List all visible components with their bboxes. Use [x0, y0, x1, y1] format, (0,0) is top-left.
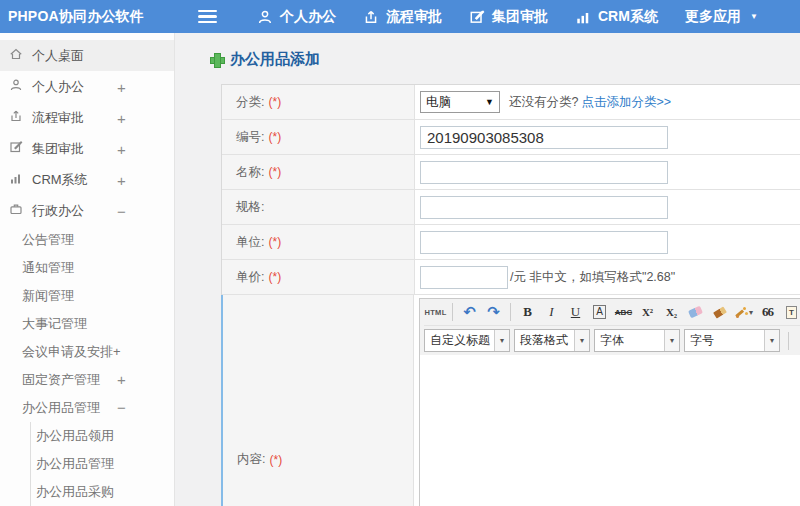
- office-supplies-submenu: 办公用品领用 办公用品管理 办公用品采购: [30, 422, 174, 506]
- strikethrough-icon: ABC: [615, 308, 632, 317]
- user-icon: [9, 78, 32, 95]
- redo-button[interactable]: ↷: [482, 301, 505, 324]
- sidebar-item-desktop[interactable]: 个人桌面: [0, 40, 174, 71]
- required-marker: (*): [268, 165, 281, 179]
- sidebar-item-notice-mgmt[interactable]: 通知管理: [0, 254, 174, 282]
- expand-plus-icon[interactable]: +: [117, 171, 126, 188]
- caret-down-icon: ▼: [750, 12, 758, 21]
- sidebar-item-fixed-assets-mgmt[interactable]: 固定资产管理 +: [0, 366, 174, 394]
- price-suffix-hint: /元 非中文，如填写格式"2.68": [510, 269, 675, 286]
- caret-down-icon: ▾: [664, 330, 679, 351]
- subscript-icon: X₂: [666, 306, 677, 318]
- expand-plus-icon[interactable]: +: [117, 366, 126, 394]
- sidebar-item-meeting-mgmt[interactable]: 会议申请及安排+: [0, 338, 174, 366]
- form-row-name: 名称: (*): [222, 155, 800, 190]
- collapse-minus-icon[interactable]: −: [117, 202, 126, 219]
- nav-group-approval[interactable]: 集团审批: [469, 8, 548, 26]
- italic-button[interactable]: I: [540, 301, 563, 324]
- category-hint: 还没有分类?: [509, 94, 578, 111]
- spec-input[interactable]: [420, 196, 668, 219]
- superscript-icon: X²: [642, 306, 653, 318]
- sidebar: 个人桌面 个人办公 + 流程审批 + 集团审批 + CRM系统 + 行政办公 −: [0, 33, 175, 506]
- sidebar-item-admin-office[interactable]: 行政办公 −: [0, 195, 174, 226]
- blockquote-button[interactable]: 66: [756, 301, 779, 324]
- font-box-icon: A: [593, 305, 606, 319]
- editor-toolbar: HTML ↶ ↷ B I U A ABC X²: [420, 299, 800, 355]
- add-category-link[interactable]: 点击添加分类>>: [581, 94, 671, 111]
- unit-input[interactable]: [420, 231, 668, 254]
- code-input[interactable]: [420, 126, 668, 149]
- magic-wand-icon: [734, 306, 747, 319]
- bar-chart-icon: [575, 9, 591, 25]
- font-size-select[interactable]: 字号 ▾: [684, 329, 780, 352]
- sidebar-item-news-mgmt[interactable]: 新闻管理: [0, 282, 174, 310]
- paste-as-text-button[interactable]: T: [780, 301, 800, 324]
- sidebar-item-office-supplies-mgmt[interactable]: 办公用品管理 −: [0, 394, 174, 422]
- quick-format-button[interactable]: ▾: [732, 301, 755, 324]
- undo-icon: ↶: [463, 303, 476, 321]
- form-row-price: 单价: (*) /元 非中文，如填写格式"2.68": [222, 260, 800, 295]
- user-icon: [257, 9, 273, 25]
- remove-format-button[interactable]: [684, 301, 707, 324]
- page-title: 办公用品添加: [210, 50, 800, 69]
- required-marker: (*): [269, 453, 282, 467]
- strikethrough-button[interactable]: ABC: [612, 301, 635, 324]
- font-style-button[interactable]: A: [588, 301, 611, 324]
- sidebar-item-events-mgmt[interactable]: 大事记管理: [0, 310, 174, 338]
- content-label: 内容:: [237, 451, 265, 468]
- supplies-form: 分类: (*) 电脑 ▼ 还没有分类? 点击添加分类>> 编号: (*): [221, 84, 800, 506]
- top-navigation: 个人办公 流程审批 集团审批 CRM系统 更多应用 ▼: [257, 8, 785, 26]
- superscript-button[interactable]: X²: [636, 301, 659, 324]
- required-marker: (*): [268, 270, 281, 284]
- nav-more-apps[interactable]: 更多应用 ▼: [685, 8, 758, 26]
- redo-icon: ↷: [487, 303, 500, 321]
- expand-plus-icon[interactable]: +: [117, 140, 126, 157]
- underline-button[interactable]: U: [564, 301, 587, 324]
- form-row-code: 编号: (*): [222, 120, 800, 155]
- admin-office-submenu: 公告管理 通知管理 新闻管理 大事记管理 会议申请及安排+ 固定资产管理 + 办…: [0, 226, 174, 506]
- collapse-minus-icon[interactable]: −: [117, 394, 126, 422]
- subscript-button[interactable]: X₂: [660, 301, 683, 324]
- workflow-icon: [363, 9, 379, 25]
- bold-icon: B: [523, 304, 532, 320]
- home-icon: [9, 47, 32, 64]
- sidebar-item-personal-office[interactable]: 个人办公 +: [0, 71, 174, 102]
- expand-plus-icon[interactable]: +: [117, 109, 126, 126]
- paste-icon: T: [786, 306, 798, 319]
- form-row-spec: 规格:: [222, 190, 800, 225]
- sidebar-item-workflow-approval[interactable]: 流程审批 +: [0, 102, 174, 133]
- nav-personal-office[interactable]: 个人办公: [257, 8, 336, 26]
- sidebar-item-group-approval[interactable]: 集团审批 +: [0, 133, 174, 164]
- nav-crm-system[interactable]: CRM系统: [575, 8, 658, 26]
- caret-down-icon: ▾: [574, 330, 589, 351]
- expand-plus-icon[interactable]: +: [117, 78, 126, 95]
- italic-icon: I: [549, 304, 553, 320]
- name-label: 名称:: [236, 164, 264, 181]
- sidebar-item-crm[interactable]: CRM系统 +: [0, 164, 174, 195]
- form-row-category: 分类: (*) 电脑 ▼ 还没有分类? 点击添加分类>>: [222, 85, 800, 120]
- sidebar-item-supplies-manage[interactable]: 办公用品管理: [31, 450, 174, 478]
- sidebar-item-announcement-mgmt[interactable]: 公告管理: [0, 226, 174, 254]
- undo-button[interactable]: ↶: [458, 301, 481, 324]
- heading-style-select[interactable]: 自定义标题 ▾: [424, 329, 510, 352]
- bar-chart-icon: [9, 171, 32, 188]
- sidebar-item-supplies-purchase[interactable]: 办公用品采购: [31, 478, 174, 506]
- eraser-icon: [688, 306, 703, 319]
- name-input[interactable]: [420, 161, 668, 184]
- editor-content-area[interactable]: [420, 355, 800, 506]
- app-logo[interactable]: PHPOA协同办公软件: [0, 8, 175, 26]
- menu-toggle-icon[interactable]: [198, 10, 217, 23]
- price-input[interactable]: [420, 266, 508, 289]
- category-select[interactable]: 电脑 ▼: [420, 91, 500, 113]
- category-label: 分类:: [236, 94, 264, 111]
- paragraph-format-select[interactable]: 段落格式 ▾: [514, 329, 590, 352]
- bold-button[interactable]: B: [516, 301, 539, 324]
- nav-workflow-approval[interactable]: 流程审批: [363, 8, 442, 26]
- sidebar-item-supplies-claim[interactable]: 办公用品领用: [31, 422, 174, 450]
- format-brush-button[interactable]: [708, 301, 731, 324]
- font-family-select[interactable]: 字体 ▾: [594, 329, 680, 352]
- caret-down-icon: ▾: [749, 308, 753, 317]
- source-code-button[interactable]: HTML: [424, 301, 447, 324]
- required-marker: (*): [268, 130, 281, 144]
- price-label: 单价:: [236, 269, 264, 286]
